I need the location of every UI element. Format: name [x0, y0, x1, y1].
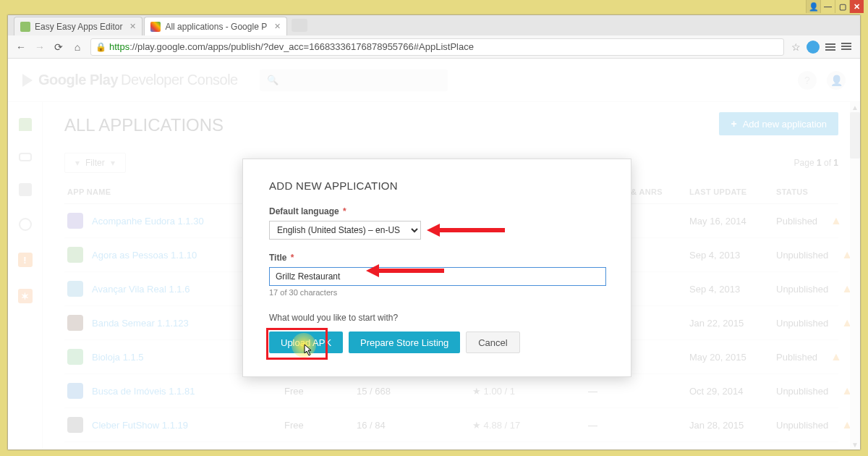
language-label: Default language *	[269, 206, 605, 216]
window-controls: 👤 — ▢ ✕	[806, 0, 864, 13]
home-icon[interactable]: ⌂	[72, 41, 83, 53]
tab-label: All applications - Google P	[165, 22, 267, 32]
os-titlebar: 👤 — ▢ ✕	[0, 0, 868, 14]
minimize-window-btn[interactable]: —	[820, 0, 835, 13]
lock-icon: 🔒	[95, 42, 106, 52]
tabstrip: Easy Easy Apps Editor ✕ All applications…	[8, 15, 860, 35]
bookmarks-list-icon[interactable]	[825, 42, 835, 52]
back-icon[interactable]: ←	[15, 41, 27, 53]
url-rest: ://play.google.com/apps/publish/?dev_acc…	[129, 41, 474, 52]
profile-window-btn[interactable]: 👤	[806, 0, 820, 13]
char-count: 17 of 30 characters	[269, 288, 605, 297]
menu-icon[interactable]	[841, 42, 853, 52]
annotation-arrow-1	[427, 224, 505, 237]
language-select[interactable]: English (United States) – en-US	[269, 221, 421, 240]
cancel-button[interactable]: Cancel	[466, 332, 519, 353]
url-scheme: https	[109, 41, 129, 52]
maximize-window-btn[interactable]: ▢	[835, 0, 849, 13]
address-bar-row: ← → ⟳ ⌂ 🔒 https://play.google.com/apps/p…	[8, 35, 860, 59]
favicon-icon	[150, 22, 161, 32]
cursor-icon	[300, 343, 313, 362]
reload-icon[interactable]: ⟳	[53, 41, 64, 53]
modal-title: ADD NEW APPLICATION	[269, 180, 605, 192]
close-window-btn[interactable]: ✕	[849, 0, 864, 13]
browser-tab-1[interactable]: Easy Easy Apps Editor ✕	[14, 17, 142, 35]
bookmark-icon[interactable]: ☆	[791, 41, 801, 53]
prepare-store-listing-button[interactable]: Prepare Store Listing	[349, 332, 460, 353]
tab-label: Easy Easy Apps Editor	[35, 22, 122, 32]
forward-icon[interactable]: →	[34, 41, 46, 53]
start-with-question: What would you like to start with?	[269, 313, 605, 323]
title-label: Title *	[269, 253, 605, 263]
extension-icon[interactable]	[807, 41, 820, 54]
browser-window: Easy Easy Apps Editor ✕ All applications…	[7, 14, 861, 450]
favicon-icon	[20, 22, 30, 32]
tab-close-icon[interactable]: ✕	[274, 22, 281, 31]
browser-tab-2[interactable]: All applications - Google P ✕	[144, 17, 287, 35]
new-tab-button[interactable]	[292, 19, 307, 32]
tab-close-icon[interactable]: ✕	[129, 22, 136, 31]
annotation-arrow-2	[366, 264, 444, 277]
address-input[interactable]: 🔒 https://play.google.com/apps/publish/?…	[90, 38, 784, 56]
